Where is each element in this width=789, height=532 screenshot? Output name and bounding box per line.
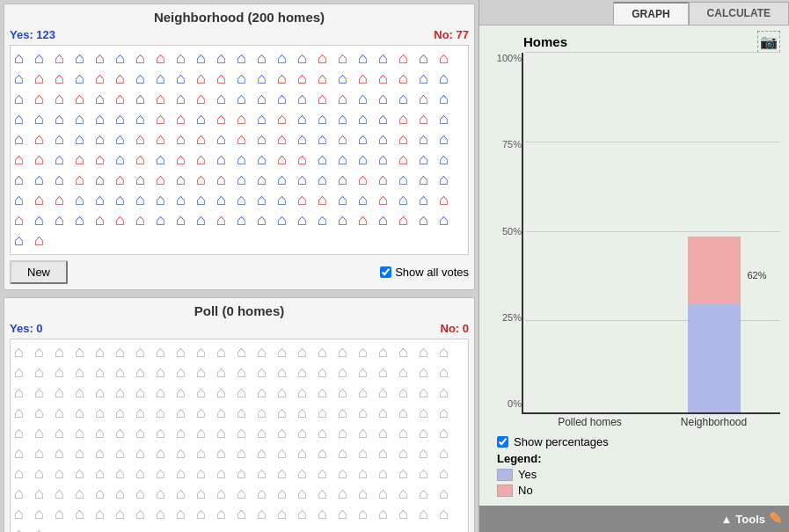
show-percentages-checkbox[interactable] — [497, 436, 508, 448]
home-icon: ⌂ — [176, 343, 195, 362]
neighborhood-yes-count: Yes: 123 — [10, 28, 55, 41]
home-icon: ⌂ — [115, 49, 135, 69]
bar-wrapper-neighborhood: 62% — [688, 237, 741, 412]
home-icon: ⌂ — [55, 485, 74, 504]
home-icon: ⌂ — [338, 171, 357, 190]
home-icon: ⌂ — [358, 464, 377, 484]
home-icon: ⌂ — [419, 363, 438, 383]
tab-graph[interactable]: GRAPH — [613, 2, 688, 25]
home-icon: ⌂ — [95, 171, 114, 190]
home-icon: ⌂ — [277, 150, 296, 170]
show-all-votes-label[interactable]: Show all votes — [380, 266, 469, 279]
home-icon: ⌂ — [75, 505, 94, 524]
home-icon: ⌂ — [398, 505, 418, 524]
home-icon: ⌂ — [237, 363, 256, 383]
home-icon: ⌂ — [216, 363, 236, 383]
home-icon: ⌂ — [338, 424, 357, 443]
neighborhood-no-count: No: 77 — [434, 28, 469, 41]
home-icon: ⌂ — [135, 464, 155, 484]
home-icon: ⌂ — [115, 130, 135, 149]
home-icon: ⌂ — [135, 505, 155, 524]
home-icon: ⌂ — [297, 211, 317, 230]
home-icon: ⌂ — [14, 464, 33, 484]
home-icon: ⌂ — [297, 485, 317, 504]
home-icon: ⌂ — [439, 444, 458, 463]
home-icon: ⌂ — [14, 485, 33, 504]
bar-pct-label: 62% — [747, 270, 766, 281]
home-icon: ⌂ — [419, 171, 438, 190]
tab-calculate[interactable]: CALCULATE — [689, 2, 789, 25]
home-icon: ⌂ — [216, 171, 236, 190]
home-icon: ⌂ — [135, 363, 155, 383]
home-icon: ⌂ — [439, 171, 458, 190]
home-icon: ⌂ — [257, 130, 276, 149]
home-icon: ⌂ — [257, 363, 276, 383]
home-icon: ⌂ — [318, 130, 337, 149]
home-icon: ⌂ — [55, 404, 74, 423]
home-icon: ⌂ — [95, 90, 114, 109]
home-icon: ⌂ — [277, 464, 296, 484]
home-icon: ⌂ — [34, 343, 54, 362]
new-button[interactable]: New — [10, 260, 68, 284]
home-icon: ⌂ — [14, 171, 33, 190]
home-icon: ⌂ — [378, 110, 398, 129]
home-icon: ⌂ — [135, 69, 155, 89]
home-icon: ⌂ — [196, 211, 216, 230]
grid-line-75 — [525, 142, 780, 142]
home-icon: ⌂ — [297, 49, 317, 69]
home-icon: ⌂ — [338, 69, 357, 89]
home-icon: ⌂ — [237, 171, 256, 190]
y-label-75: 75% — [488, 139, 522, 149]
home-icon: ⌂ — [156, 49, 175, 69]
home-icon: ⌂ — [135, 49, 155, 69]
home-icon: ⌂ — [419, 343, 438, 362]
tools-label[interactable]: Tools — [735, 513, 765, 526]
home-icon: ⌂ — [34, 49, 54, 69]
home-icon: ⌂ — [216, 383, 236, 403]
home-icon: ⌂ — [34, 505, 54, 524]
home-icon: ⌂ — [14, 110, 33, 129]
home-icon: ⌂ — [34, 90, 54, 109]
home-icon: ⌂ — [135, 171, 155, 190]
home-icon: ⌂ — [176, 69, 195, 89]
chart-title: Homes — [523, 34, 780, 49]
show-all-votes-checkbox[interactable] — [380, 266, 391, 278]
home-icon: ⌂ — [55, 150, 74, 170]
home-icon: ⌂ — [398, 444, 418, 463]
home-icon: ⌂ — [419, 49, 438, 69]
home-icon: ⌂ — [237, 69, 256, 89]
home-icon: ⌂ — [156, 171, 175, 190]
home-icon: ⌂ — [378, 444, 398, 463]
home-icon: ⌂ — [358, 485, 377, 504]
poll-yes-count: Yes: 0 — [10, 322, 43, 335]
home-icon: ⌂ — [216, 464, 236, 484]
home-icon: ⌂ — [55, 69, 74, 89]
home-icon: ⌂ — [318, 444, 337, 463]
poll-vote-counts: Yes: 0 No: 0 — [10, 322, 469, 335]
home-icon: ⌂ — [216, 424, 236, 443]
home-icon: ⌂ — [257, 424, 276, 443]
home-icon: ⌂ — [115, 171, 135, 190]
home-icon: ⌂ — [196, 444, 216, 463]
home-icon: ⌂ — [398, 363, 418, 383]
home-icon: ⌂ — [439, 130, 458, 149]
home-icon: ⌂ — [398, 485, 418, 504]
home-icon: ⌂ — [196, 464, 216, 484]
home-icon: ⌂ — [95, 130, 114, 149]
home-icon: ⌂ — [398, 49, 418, 69]
home-icon: ⌂ — [115, 191, 135, 210]
home-icon: ⌂ — [237, 90, 256, 109]
neighborhood-footer: New Show all votes — [10, 260, 469, 284]
home-icon: ⌂ — [378, 211, 398, 230]
home-icon: ⌂ — [318, 363, 337, 383]
home-icon: ⌂ — [237, 505, 256, 524]
home-icon: ⌂ — [338, 211, 357, 230]
camera-icon[interactable]: 📷 — [757, 31, 780, 53]
home-icon: ⌂ — [237, 383, 256, 403]
home-icon: ⌂ — [257, 444, 276, 463]
home-icon: ⌂ — [398, 424, 418, 443]
graph-area: 📷 Homes 0% 25% 50% 75% 100% — [479, 26, 789, 506]
home-icon: ⌂ — [176, 150, 195, 170]
chart-inner: 62% Polled homes Neighborhood — [522, 53, 780, 428]
home-icon: ⌂ — [135, 485, 155, 504]
